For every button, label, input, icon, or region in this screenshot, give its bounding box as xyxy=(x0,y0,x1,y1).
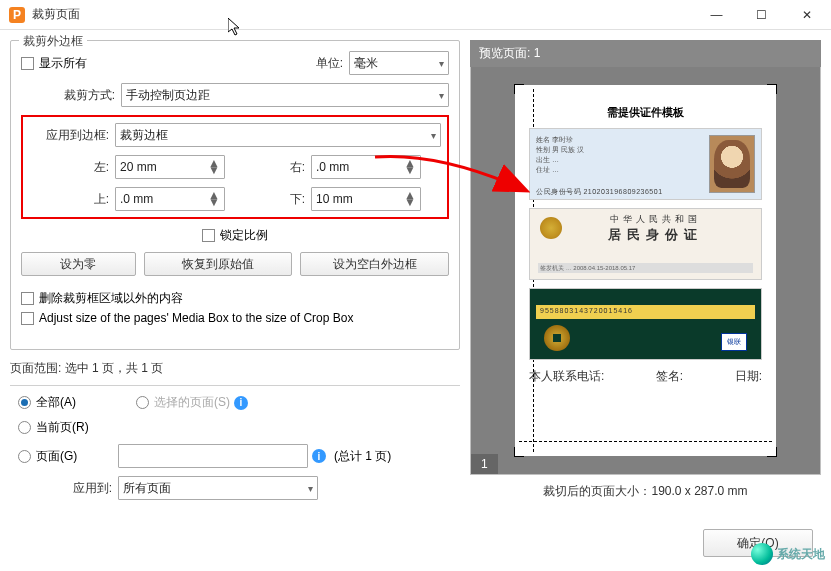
lock-ratio-checkbox[interactable]: 锁定比例 xyxy=(202,227,268,244)
page-thumb-number[interactable]: 1 xyxy=(471,454,498,474)
card-id-front: 姓名 李时珍 性别 男 民族 汉 出生 … 住址 … 公民身份号码 210203… xyxy=(529,128,762,200)
radio-current[interactable]: 当前页(R) xyxy=(18,419,89,436)
radio-icon xyxy=(18,396,31,409)
radio-icon xyxy=(18,450,31,463)
info-icon: i xyxy=(312,449,326,463)
titlebar: P 裁剪页面 — ☐ ✕ xyxy=(0,0,831,30)
preview-body: 需提供证件模板 姓名 李时珍 性别 男 民族 汉 出生 … 住址 … 公民身份号… xyxy=(470,67,821,475)
preview-header: 预览页面: 1 xyxy=(470,40,821,67)
crop-handle-tl[interactable] xyxy=(514,84,524,94)
set-zero-button[interactable]: 设为零 xyxy=(21,252,136,276)
unit-select[interactable]: 毫米 ▾ xyxy=(349,51,449,75)
apply-to-box-label: 应用到边框: xyxy=(29,127,115,144)
svg-text:P: P xyxy=(13,8,21,22)
radio-icon xyxy=(18,421,31,434)
pages-input[interactable] xyxy=(118,444,308,468)
right-label: 右: xyxy=(225,159,311,176)
crop-handle-br[interactable] xyxy=(767,447,777,457)
left-spinner[interactable]: 20 mm ▲▼ xyxy=(115,155,225,179)
apply-to-label: 应用到: xyxy=(18,480,118,497)
ok-button[interactable]: 确定(O) xyxy=(703,529,813,557)
delete-outside-checkbox[interactable]: 删除裁剪框区域以外的内容 xyxy=(21,290,449,307)
window-title: 裁剪页面 xyxy=(32,6,694,23)
apply-to-box-select[interactable]: 裁剪边框 ▾ xyxy=(115,123,441,147)
spinner-arrows-icon: ▲▼ xyxy=(404,160,416,174)
highlighted-margin-block: 应用到边框: 裁剪边框 ▾ 左: 20 mm ▲▼ 右: .0 mm xyxy=(21,115,449,219)
set-blank-button[interactable]: 设为空白外边框 xyxy=(300,252,449,276)
doc-title: 需提供证件模板 xyxy=(529,105,762,120)
caret-down-icon: ▾ xyxy=(431,130,436,141)
pages-total: (总计 1 页) xyxy=(334,448,391,465)
spinner-arrows-icon: ▲▼ xyxy=(404,192,416,206)
checkbox-icon xyxy=(21,57,34,70)
close-button[interactable]: ✕ xyxy=(784,1,829,29)
apply-to-select[interactable]: 所有页面 ▾ xyxy=(118,476,318,500)
app-icon: P xyxy=(8,6,26,24)
radio-pages[interactable]: 页面(G) xyxy=(18,448,118,465)
card-bank: 9558803143720015416 xyxy=(529,288,762,360)
page-range-heading: 页面范围: 选中 1 页，共 1 页 xyxy=(10,360,460,377)
bottom-spinner[interactable]: 10 mm ▲▼ xyxy=(311,187,421,211)
adjust-mediabox-checkbox[interactable]: Adjust size of the pages' Media Box to t… xyxy=(21,311,449,325)
preview-page[interactable]: 需提供证件模板 姓名 李时珍 性别 男 民族 汉 出生 … 住址 … 公民身份号… xyxy=(515,85,776,456)
emblem-icon xyxy=(540,217,562,239)
id-photo xyxy=(709,135,755,193)
caret-down-icon: ▾ xyxy=(308,483,313,494)
checkbox-icon xyxy=(202,229,215,242)
restore-button[interactable]: 恢复到原始值 xyxy=(144,252,293,276)
minimize-button[interactable]: — xyxy=(694,1,739,29)
bottom-label: 下: xyxy=(225,191,311,208)
crop-guide-bottom xyxy=(519,441,772,442)
crop-handle-tr[interactable] xyxy=(767,84,777,94)
caret-down-icon: ▾ xyxy=(439,58,444,69)
cropped-size-label: 裁切后的页面大小：190.0 x 287.0 mm xyxy=(470,483,821,500)
spinner-arrows-icon: ▲▼ xyxy=(208,192,220,206)
checkbox-icon xyxy=(21,292,34,305)
unionpay-icon xyxy=(721,333,747,351)
spinner-arrows-icon: ▲▼ xyxy=(208,160,220,174)
maximize-button[interactable]: ☐ xyxy=(739,1,784,29)
show-all-checkbox[interactable]: 显示所有 xyxy=(21,55,87,72)
top-label: 上: xyxy=(29,191,115,208)
card-id-back: 中华人民共和国 居民身份证 签发机关 … 2008.04.15-2018.05.… xyxy=(529,208,762,280)
doc-footer: 本人联系电话: 签名: 日期: xyxy=(529,368,762,385)
unit-label: 单位: xyxy=(316,55,349,72)
group-crop-margin: 裁剪外边框 显示所有 单位: 毫米 ▾ 裁剪方式: 手动控制页边距 xyxy=(10,40,460,350)
crop-handle-bl[interactable] xyxy=(514,447,524,457)
radio-all[interactable]: 全部(A) xyxy=(18,394,76,411)
coin-icon xyxy=(544,325,570,351)
group-legend: 裁剪外边框 xyxy=(19,33,87,50)
top-spinner[interactable]: .0 mm ▲▼ xyxy=(115,187,225,211)
crop-method-label: 裁剪方式: xyxy=(21,87,121,104)
radio-selected[interactable]: 选择的页面(S) i xyxy=(136,394,248,411)
checkbox-icon xyxy=(21,312,34,325)
right-spinner[interactable]: .0 mm ▲▼ xyxy=(311,155,421,179)
radio-icon xyxy=(136,396,149,409)
caret-down-icon: ▾ xyxy=(439,90,444,101)
page-range-section: 页面范围: 选中 1 页，共 1 页 全部(A) 选择的页面(S) i 当前页(… xyxy=(10,360,460,500)
crop-method-select[interactable]: 手动控制页边距 ▾ xyxy=(121,83,449,107)
left-label: 左: xyxy=(29,159,115,176)
info-icon: i xyxy=(234,396,248,410)
